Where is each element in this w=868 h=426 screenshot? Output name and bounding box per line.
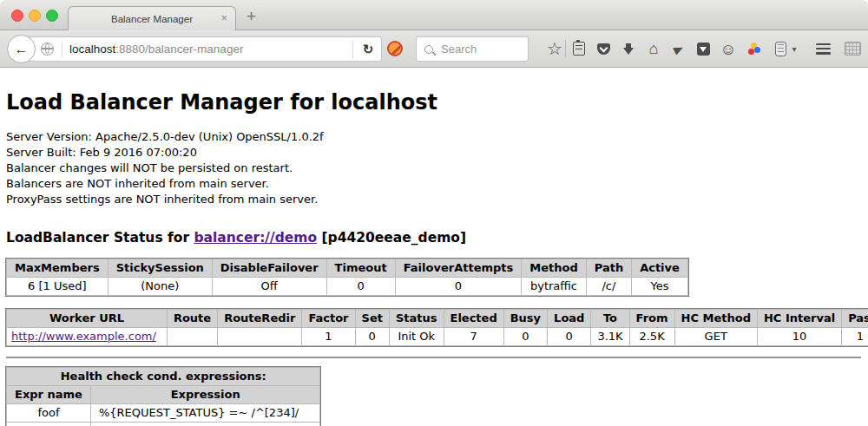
site-identity-globe-icon[interactable]: [41, 43, 54, 56]
table-row: http://www.example.com/ 1 0 Init Ok 7 0 …: [7, 328, 868, 346]
server-version-line: Server Version: Apache/2.5.0-dev (Unix) …: [6, 129, 863, 145]
video-download-addon-icon[interactable]: [693, 30, 713, 67]
hc-interval-value: 10: [757, 328, 841, 346]
table-row: foof %{REQUEST_STATUS} =~ /^[234]/: [7, 404, 320, 423]
tab-bar: Balancer Manager × +: [0, 0, 868, 30]
reading-list-icon[interactable]: [569, 30, 589, 67]
expression-value: hc('body') =~ /domain is established/: [90, 423, 320, 426]
tab-groups-grid-icon[interactable]: [842, 30, 863, 67]
expr-name-value: foof2: [7, 423, 91, 426]
table-header-row: MaxMembers StickySession DisableFailover…: [7, 259, 688, 278]
col-hc-method: HC Method: [674, 310, 757, 328]
table-title-row: Health check cond. expressions:: [7, 368, 320, 386]
menu-hamburger-icon[interactable]: [812, 30, 833, 67]
color-dots-addon-icon[interactable]: [743, 30, 764, 67]
col-failoverattempts: FailoverAttempts: [395, 259, 522, 278]
home-icon[interactable]: ⌂: [643, 30, 664, 67]
worker-url-link[interactable]: http://www.example.com/: [11, 330, 156, 343]
worker-url-cell: http://www.example.com/: [7, 328, 168, 346]
stickysession-value: (None): [108, 278, 212, 296]
send-plane-icon[interactable]: ▶: [667, 30, 688, 67]
persist-warning-line: Balancer changes will NOT be persisted o…: [6, 161, 863, 176]
factor-value: 1: [302, 328, 355, 346]
pocket-icon[interactable]: [593, 30, 614, 67]
to-value: 3.1K: [591, 328, 629, 346]
navigation-toolbar: ← localhost:8880/balancer-manager ↻ ☆ ⌂ …: [0, 30, 868, 68]
elected-value: 7: [444, 328, 503, 346]
path-value: /c/: [586, 278, 631, 296]
url-bar[interactable]: localhost:8880/balancer-manager ↻: [21, 36, 382, 62]
window-minimize-button[interactable]: [29, 10, 41, 22]
search-bar[interactable]: [416, 36, 529, 62]
col-timeout: Timeout: [326, 259, 395, 278]
window-zoom-button[interactable]: [46, 10, 58, 22]
browser-tab[interactable]: Balancer Manager ×: [68, 6, 236, 30]
balancer-status-heading: LoadBalancer Status for balancer://demo …: [6, 230, 863, 246]
expr-name-value: foof: [7, 404, 91, 423]
col-to: To: [591, 310, 629, 328]
method-value: bytraffic: [522, 278, 586, 296]
table-header-row: Worker URL Route RouteRedir Factor Set S…: [7, 310, 868, 328]
window-close-button[interactable]: [11, 10, 23, 22]
table-row: foof2 hc('body') =~ /domain is establish…: [7, 423, 320, 426]
status-value: Init Ok: [389, 328, 444, 346]
urlbar-divider: [352, 41, 353, 58]
col-maxmembers: MaxMembers: [7, 259, 108, 278]
col-elected: Elected: [444, 310, 503, 328]
from-value: 2.5K: [629, 328, 674, 346]
col-path: Path: [586, 259, 631, 278]
chat-smiley-icon[interactable]: ☺: [718, 30, 739, 67]
url-text[interactable]: localhost:8880/balancer-manager: [69, 43, 352, 56]
failoverattempts-value: 0: [395, 278, 522, 296]
reload-icon[interactable]: ↻: [355, 42, 381, 57]
server-built-line: Server Built: Feb 9 2016 07:00:20: [6, 145, 863, 161]
col-routeredir: RouteRedir: [218, 310, 302, 328]
busy-value: 0: [503, 328, 547, 346]
hc-method-value: GET: [674, 328, 757, 346]
col-status: Status: [389, 310, 444, 328]
tab-close-icon[interactable]: ×: [220, 12, 227, 23]
disablefailover-value: Off: [212, 278, 326, 296]
passes-value: 1 (0): [842, 328, 868, 346]
new-tab-button[interactable]: +: [247, 7, 256, 26]
col-load: Load: [548, 310, 591, 328]
maxmembers-value: 6 [1 Used]: [7, 278, 108, 296]
balancer-settings-table: MaxMembers StickySession DisableFailover…: [6, 259, 688, 296]
page-viewport: Load Balancer Manager for localhost Serv…: [0, 68, 868, 426]
health-check-table: Health check cond. expressions: Expr nam…: [6, 367, 320, 426]
search-input[interactable]: [439, 42, 528, 56]
back-button[interactable]: ←: [7, 35, 36, 63]
col-from: From: [629, 310, 674, 328]
route-value: [167, 328, 217, 346]
toolbar-divider: [565, 40, 566, 57]
worker-status-table: Worker URL Route RouteRedir Factor Set S…: [6, 309, 868, 346]
url-path: :8880/balancer-manager: [115, 43, 243, 56]
plugin-blocked-icon[interactable]: [387, 41, 403, 56]
page-title: Load Balancer Manager for localhost: [6, 90, 863, 115]
routeredir-value: [218, 328, 302, 346]
col-factor: Factor: [302, 310, 355, 328]
load-value: 0: [548, 328, 591, 346]
inherit-warning-line: Balancers are NOT inherited from main se…: [6, 176, 863, 192]
addon-dropdown-caret-icon[interactable]: ▾: [788, 30, 800, 67]
back-arrow-icon: ←: [15, 42, 29, 57]
col-worker-url: Worker URL: [7, 310, 168, 328]
status-suffix: [p4420eeae_demo]: [317, 230, 466, 246]
col-disablefailover: DisableFailover: [212, 259, 326, 278]
url-domain: localhost: [69, 43, 115, 56]
col-stickysession: StickySession: [108, 259, 212, 278]
col-hc-interval: HC Interval: [757, 310, 841, 328]
section-divider: [6, 357, 861, 358]
tab-title: Balancer Manager: [111, 14, 193, 24]
urlbar-divider: [62, 42, 62, 57]
col-method: Method: [522, 259, 586, 278]
server-info: Server Version: Apache/2.5.0-dev (Unix) …: [6, 129, 863, 207]
col-set: Set: [355, 310, 389, 328]
col-expr-name: Expr name: [7, 386, 91, 404]
downloads-icon[interactable]: [618, 30, 639, 67]
balancer-demo-link[interactable]: balancer://demo: [194, 230, 317, 246]
col-passes: Passes: [842, 310, 868, 328]
browser-window: Balancer Manager × + ← localhost:8880/ba…: [0, 0, 868, 426]
table-header-row: Expr name Expression: [7, 386, 320, 404]
bookmark-star-icon[interactable]: ☆: [544, 30, 565, 67]
